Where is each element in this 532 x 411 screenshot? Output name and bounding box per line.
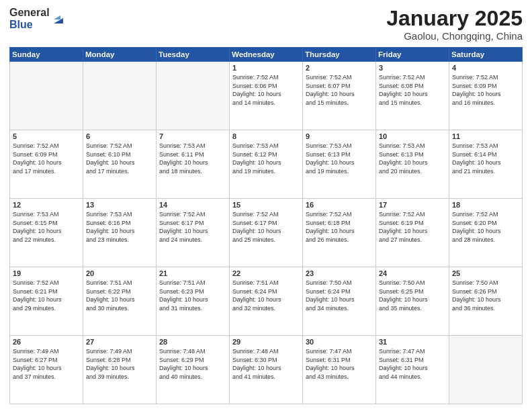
cell-details: Sunrise: 7:52 AMSunset: 6:07 PMDaylight:… [306,73,373,107]
table-cell: 14Sunrise: 7:52 AMSunset: 6:17 PMDayligh… [157,199,230,267]
day-number: 5 [13,132,80,140]
table-cell: 26Sunrise: 7:49 AMSunset: 6:27 PMDayligh… [10,336,83,404]
table-cell: 24Sunrise: 7:50 AMSunset: 6:25 PMDayligh… [376,267,449,336]
cell-details: Sunrise: 7:51 AMSunset: 6:24 PMDaylight:… [232,279,300,312]
day-number: 8 [232,132,300,140]
day-number: 1 [232,64,300,72]
day-number: 22 [232,269,300,277]
day-number: 12 [13,201,80,209]
table-cell: 27Sunrise: 7:49 AMSunset: 6:28 PMDayligh… [83,336,157,404]
table-cell: 22Sunrise: 7:51 AMSunset: 6:24 PMDayligh… [230,267,303,336]
calendar-table: Sunday Monday Tuesday Wednesday Thursday… [9,47,523,404]
table-cell: 30Sunrise: 7:47 AMSunset: 6:31 PMDayligh… [303,336,376,404]
day-number: 24 [379,269,446,277]
table-cell: 6Sunrise: 7:52 AMSunset: 6:10 PMDaylight… [83,130,157,199]
day-number: 23 [306,269,373,277]
table-cell: 17Sunrise: 7:52 AMSunset: 6:19 PMDayligh… [376,199,449,267]
day-number: 13 [86,201,153,209]
day-number: 3 [379,64,446,72]
table-cell: 21Sunrise: 7:51 AMSunset: 6:23 PMDayligh… [157,267,230,336]
week-row-5: 26Sunrise: 7:49 AMSunset: 6:27 PMDayligh… [10,336,523,404]
logo-general: General [9,7,50,19]
day-number: 11 [452,132,519,140]
cell-details: Sunrise: 7:50 AMSunset: 6:25 PMDaylight:… [379,279,446,312]
cell-details: Sunrise: 7:47 AMSunset: 6:31 PMDaylight:… [306,347,373,381]
table-cell [157,62,230,130]
page: General Blue January 2025 Gaolou, Chongq… [0,0,532,411]
table-cell: 11Sunrise: 7:53 AMSunset: 6:14 PMDayligh… [449,130,523,199]
cell-details: Sunrise: 7:52 AMSunset: 6:08 PMDaylight:… [379,73,446,107]
table-cell: 1Sunrise: 7:52 AMSunset: 6:06 PMDaylight… [230,62,303,130]
cell-details: Sunrise: 7:52 AMSunset: 6:20 PMDaylight:… [452,210,519,244]
cell-details: Sunrise: 7:53 AMSunset: 6:12 PMDaylight:… [232,142,300,175]
day-number: 30 [306,338,373,346]
day-number: 17 [379,201,446,209]
table-cell [83,62,157,130]
cell-details: Sunrise: 7:53 AMSunset: 6:16 PMDaylight:… [86,210,153,244]
cell-details: Sunrise: 7:53 AMSunset: 6:11 PMDaylight:… [159,142,226,175]
table-cell: 2Sunrise: 7:52 AMSunset: 6:07 PMDaylight… [303,62,376,130]
cell-details: Sunrise: 7:53 AMSunset: 6:13 PMDaylight:… [379,142,446,175]
header-monday: Monday [83,48,157,62]
day-number: 19 [13,269,80,277]
cell-details: Sunrise: 7:50 AMSunset: 6:26 PMDaylight:… [452,279,519,312]
cell-details: Sunrise: 7:53 AMSunset: 6:15 PMDaylight:… [13,210,80,244]
table-cell: 16Sunrise: 7:52 AMSunset: 6:18 PMDayligh… [303,199,376,267]
table-cell: 31Sunrise: 7:47 AMSunset: 6:31 PMDayligh… [376,336,449,404]
header-thursday: Thursday [303,48,376,62]
table-cell: 19Sunrise: 7:52 AMSunset: 6:21 PMDayligh… [10,267,83,336]
cell-details: Sunrise: 7:48 AMSunset: 6:29 PMDaylight:… [159,347,226,381]
table-cell: 18Sunrise: 7:52 AMSunset: 6:20 PMDayligh… [449,199,523,267]
cell-details: Sunrise: 7:53 AMSunset: 6:14 PMDaylight:… [452,142,519,175]
day-number: 6 [86,132,153,140]
day-number: 10 [379,132,446,140]
week-row-3: 12Sunrise: 7:53 AMSunset: 6:15 PMDayligh… [10,199,523,267]
cell-details: Sunrise: 7:49 AMSunset: 6:27 PMDaylight:… [13,347,80,381]
week-row-1: 1Sunrise: 7:52 AMSunset: 6:06 PMDaylight… [10,62,523,130]
title-block: January 2025 Gaolou, Chongqing, China [386,7,523,42]
day-number: 31 [379,338,446,346]
week-row-4: 19Sunrise: 7:52 AMSunset: 6:21 PMDayligh… [10,267,523,336]
table-cell: 13Sunrise: 7:53 AMSunset: 6:16 PMDayligh… [83,199,157,267]
table-cell: 15Sunrise: 7:52 AMSunset: 6:17 PMDayligh… [230,199,303,267]
table-cell: 5Sunrise: 7:52 AMSunset: 6:09 PMDaylight… [10,130,83,199]
cell-details: Sunrise: 7:47 AMSunset: 6:31 PMDaylight:… [379,347,446,381]
table-cell [10,62,83,130]
table-cell: 29Sunrise: 7:48 AMSunset: 6:30 PMDayligh… [230,336,303,404]
day-number: 21 [159,269,226,277]
day-number: 25 [452,269,519,277]
header-sunday: Sunday [10,48,83,62]
cell-details: Sunrise: 7:52 AMSunset: 6:09 PMDaylight:… [13,142,80,175]
cell-details: Sunrise: 7:53 AMSunset: 6:13 PMDaylight:… [306,142,373,175]
svg-marker-1 [54,15,60,19]
logo-blue: Blue [9,19,50,31]
table-cell: 28Sunrise: 7:48 AMSunset: 6:29 PMDayligh… [157,336,230,404]
header: General Blue January 2025 Gaolou, Chongq… [9,7,523,42]
cell-details: Sunrise: 7:52 AMSunset: 6:17 PMDaylight:… [232,210,300,244]
day-number: 16 [306,201,373,209]
table-cell: 4Sunrise: 7:52 AMSunset: 6:09 PMDaylight… [449,62,523,130]
day-number: 29 [232,338,300,346]
logo: General Blue [9,7,66,30]
weekday-header-row: Sunday Monday Tuesday Wednesday Thursday… [10,48,523,62]
day-number: 26 [13,338,80,346]
header-wednesday: Wednesday [230,48,303,62]
table-cell: 23Sunrise: 7:50 AMSunset: 6:24 PMDayligh… [303,267,376,336]
header-tuesday: Tuesday [157,48,230,62]
day-number: 18 [452,201,519,209]
table-cell: 12Sunrise: 7:53 AMSunset: 6:15 PMDayligh… [10,199,83,267]
day-number: 7 [159,132,226,140]
day-number: 9 [306,132,373,140]
location: Gaolou, Chongqing, China [386,30,523,42]
cell-details: Sunrise: 7:52 AMSunset: 6:17 PMDaylight:… [159,210,226,244]
header-saturday: Saturday [449,48,523,62]
cell-details: Sunrise: 7:51 AMSunset: 6:22 PMDaylight:… [86,279,153,312]
cell-details: Sunrise: 7:52 AMSunset: 6:06 PMDaylight:… [232,73,300,107]
cell-details: Sunrise: 7:52 AMSunset: 6:10 PMDaylight:… [86,142,153,175]
week-row-2: 5Sunrise: 7:52 AMSunset: 6:09 PMDaylight… [10,130,523,199]
cell-details: Sunrise: 7:52 AMSunset: 6:09 PMDaylight:… [452,73,519,107]
table-cell: 20Sunrise: 7:51 AMSunset: 6:22 PMDayligh… [83,267,157,336]
table-cell: 7Sunrise: 7:53 AMSunset: 6:11 PMDaylight… [157,130,230,199]
table-cell: 3Sunrise: 7:52 AMSunset: 6:08 PMDaylight… [376,62,449,130]
logo-icon [51,11,66,26]
